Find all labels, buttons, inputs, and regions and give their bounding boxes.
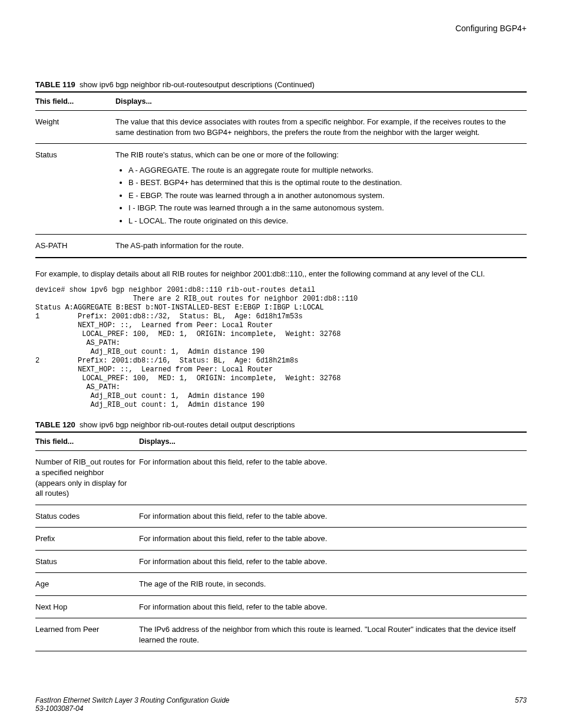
table120-disp-2: For information about this field, refer …: [139, 528, 527, 551]
list-item: I - IBGP. The route was learned through …: [128, 203, 523, 213]
table120-disp-3: For information about this field, refer …: [139, 550, 527, 573]
table-row: Status codes For information about this …: [35, 505, 527, 528]
footer-pagenum: 573: [515, 696, 527, 713]
footer-left: FastIron Ethernet Switch Layer 3 Routing…: [35, 696, 230, 713]
table119-head-field: This field...: [35, 92, 115, 111]
table120-field-4: Age: [35, 573, 139, 596]
running-header: Configuring BGP4+: [35, 24, 527, 33]
table119-field-weight: Weight: [35, 111, 115, 144]
table119-header-row: This field... Displays...: [35, 92, 527, 111]
table120-disp-4: The age of the RIB route, in seconds.: [139, 573, 527, 596]
table120-header-row: This field... Displays...: [35, 432, 527, 451]
table119: This field... Displays... Weight The val…: [35, 91, 527, 258]
list-item: L - LOCAL. The route originated on this …: [128, 216, 523, 226]
table120-disp-6: The IPv6 address of the neighbor from wh…: [139, 618, 527, 651]
status-intro: The RIB route's status, which can be one…: [115, 150, 339, 159]
table120-field-1: Status codes: [35, 505, 139, 528]
mid-paragraph: For example, to display details about al…: [35, 269, 527, 279]
footer-docnum: 53-1003087-04: [35, 704, 83, 713]
table120-title: show ipv6 bgp neighbor rib-out-routes de…: [80, 420, 295, 429]
table-row: Status For information about this field,…: [35, 550, 527, 573]
table120-head-field: This field...: [35, 432, 139, 451]
table120-disp-0: For information about this field, refer …: [139, 451, 527, 505]
table-row: Status The RIB route's status, which can…: [35, 144, 527, 235]
table120-label: TABLE 120: [35, 420, 75, 429]
list-item: B - BEST. BGP4+ has determined that this…: [128, 177, 523, 188]
status-list: A - AGGREGATE. The route is an aggregate…: [115, 165, 523, 226]
table-row: Weight The value that this device associ…: [35, 111, 527, 144]
table-row: Next Hop For information about this fiel…: [35, 595, 527, 618]
table119-caption: TABLE 119 show ipv6 bgp neighbor rib-out…: [35, 80, 527, 89]
table120-field-5: Next Hop: [35, 595, 139, 618]
list-item: A - AGGREGATE. The route is an aggregate…: [128, 165, 523, 176]
table119-disp-status: The RIB route's status, which can be one…: [115, 144, 527, 235]
table-row: AS-PATH The AS-path information for the …: [35, 235, 527, 258]
page-footer: FastIron Ethernet Switch Layer 3 Routing…: [35, 696, 527, 713]
table119-disp-weight: The value that this device associates wi…: [115, 111, 527, 144]
table120-field-6: Learned from Peer: [35, 618, 139, 651]
page: Configuring BGP4+ TABLE 119 show ipv6 bg…: [0, 0, 562, 728]
table120-field-3: Status: [35, 550, 139, 573]
table119-disp-aspath: The AS-path information for the route.: [115, 235, 527, 258]
table120-head-disp: Displays...: [139, 432, 527, 451]
list-item: E - EBGP. The route was learned through …: [128, 190, 523, 201]
table119-title: show ipv6 bgp neighbor rib-out-routesout…: [80, 80, 315, 89]
table120-field-2: Prefix: [35, 528, 139, 551]
table-row: Age The age of the RIB route, in seconds…: [35, 573, 527, 596]
footer-title: FastIron Ethernet Switch Layer 3 Routing…: [35, 696, 230, 704]
table120-disp-5: For information about this field, refer …: [139, 595, 527, 618]
table120: This field... Displays... Number of RIB_…: [35, 431, 527, 651]
table119-field-aspath: AS-PATH: [35, 235, 115, 258]
table-row: Number of RIB_out routes for a specified…: [35, 451, 527, 505]
table119-label: TABLE 119: [35, 80, 75, 89]
table120-disp-1: For information about this field, refer …: [139, 505, 527, 528]
table119-head-disp: Displays...: [115, 92, 527, 111]
cli-output: device# show ipv6 bgp neighbor 2001:db8:…: [35, 286, 527, 410]
table120-caption: TABLE 120 show ipv6 bgp neighbor rib-out…: [35, 420, 527, 429]
table-row: Learned from Peer The IPv6 address of th…: [35, 618, 527, 651]
table-row: Prefix For information about this field,…: [35, 528, 527, 551]
table120-field-0: Number of RIB_out routes for a specified…: [35, 451, 139, 505]
table119-field-status: Status: [35, 144, 115, 235]
